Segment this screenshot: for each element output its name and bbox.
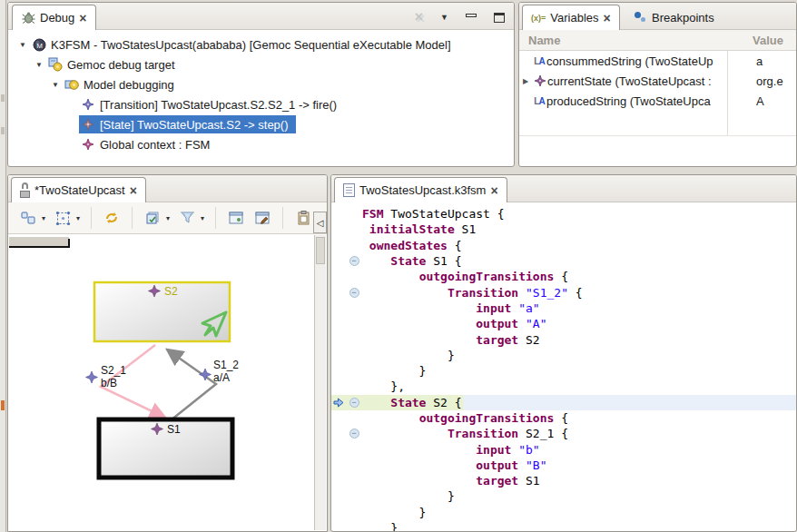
code-editor: TwoStatesUpcast.k3fsm × FSM TwoStateUpca… xyxy=(330,174,797,532)
maximize-icon[interactable] xyxy=(494,13,505,23)
layers-icon[interactable] xyxy=(143,209,162,227)
view-menu-icon[interactable]: ▼ xyxy=(440,13,448,22)
scrollbar-thumb[interactable] xyxy=(316,237,325,264)
code-line[interactable]: outgoingTransitions { xyxy=(331,269,796,284)
tab-debug-close-icon[interactable]: × xyxy=(79,12,86,25)
remove-all-terminated-icon[interactable]: × xyxy=(415,9,423,25)
debug-tree-item[interactable]: [Transition] TwoStateUpcast.S2.S2_1 -> f… xyxy=(8,94,514,114)
debug-tree-item[interactable]: ▼Model debugging xyxy=(8,74,514,94)
code-line[interactable]: }, xyxy=(331,379,796,394)
tab-diagram-close-icon[interactable]: × xyxy=(130,184,137,197)
code-line[interactable]: } xyxy=(331,505,796,520)
layout-icon[interactable] xyxy=(19,209,37,227)
toolbar-separator xyxy=(91,207,92,229)
tab-variables-close-icon[interactable]: × xyxy=(604,12,611,25)
code-line[interactable]: FSM TwoStateUpcast { xyxy=(331,206,796,222)
fold-collapse-icon[interactable]: − xyxy=(346,429,362,438)
tab-breakpoints-label: Breakpoints xyxy=(652,11,714,25)
transition-s1-2-io: a/A xyxy=(213,371,230,384)
code-line[interactable]: − Transition "S1_2" { xyxy=(331,284,796,300)
layout-dropdown-icon[interactable]: ▾ xyxy=(42,214,45,222)
star-dim-icon xyxy=(81,117,95,132)
state-s2-label: S2 xyxy=(164,285,178,298)
fold-collapse-icon[interactable]: − xyxy=(346,288,362,298)
code-line-text: output "B" xyxy=(362,458,547,472)
tab-code-file-close-icon[interactable]: × xyxy=(490,184,497,197)
debug-target-icon xyxy=(48,57,63,72)
minimize-icon[interactable] xyxy=(466,14,477,17)
model-debugging-icon xyxy=(64,77,79,92)
code-line[interactable]: ownedStates { xyxy=(331,238,796,253)
variable-row[interactable]: ▶currentState (TwoStateUpcast :org.e xyxy=(519,71,796,91)
expander-collapse-icon[interactable]: ▼ xyxy=(48,81,63,89)
debug-tree-item[interactable]: ▼MK3FSM - TwoStatesUpcast(abababa) [Gemo… xyxy=(8,34,514,54)
window-left-trim xyxy=(0,0,6,532)
fold-collapse-icon[interactable]: − xyxy=(346,256,362,266)
export-edit-icon[interactable] xyxy=(253,209,271,227)
transition-s2-1-label[interactable]: S2_1 b/B xyxy=(86,364,127,389)
code-line-text: } xyxy=(362,489,455,503)
code-line-text: State S1 { xyxy=(362,254,462,268)
code-line[interactable]: output "A" xyxy=(331,316,796,331)
transition-s1-2-label[interactable]: S1_2 a/A xyxy=(200,359,240,384)
filter-icon[interactable] xyxy=(178,209,196,227)
code-line-text: State S2 { xyxy=(362,396,462,409)
column-header-value[interactable]: Value xyxy=(753,34,783,47)
code-line[interactable]: } xyxy=(331,520,796,532)
clipboard-icon[interactable] xyxy=(294,209,312,227)
code-line-text: outgoingTransitions { xyxy=(362,270,568,283)
debug-tree-item[interactable]: ▼Gemoc debug target xyxy=(8,54,514,74)
code-text-area[interactable]: FSM TwoStateUpcast { initialState S1 own… xyxy=(331,202,796,532)
code-line[interactable]: target S2 xyxy=(331,331,796,347)
fold-collapse-icon[interactable]: − xyxy=(346,398,362,408)
tab-code-file[interactable]: TwoStatesUpcast.k3fsm × xyxy=(334,177,507,202)
tab-breakpoints[interactable]: Breakpoints xyxy=(626,5,723,30)
tree-item-label: [State] TwoStateUpcast.S2 -> step() xyxy=(100,118,289,132)
tab-variables[interactable]: (x)= Variables × xyxy=(522,5,620,30)
column-header-name[interactable]: Name xyxy=(519,34,560,47)
code-line[interactable]: } xyxy=(331,348,796,363)
code-line[interactable]: initialState S1 xyxy=(331,222,796,237)
breakpoints-icon xyxy=(635,12,647,23)
diagram-vertical-scrollbar[interactable] xyxy=(314,235,326,530)
model-node-icon: M xyxy=(32,37,46,52)
code-line-current[interactable]: − State S2 { xyxy=(331,395,796,410)
code-line-text: ownedStates { xyxy=(362,239,462,252)
code-line[interactable]: output "B" xyxy=(331,458,796,473)
code-line[interactable]: − Transition S2_1 { xyxy=(331,426,796,441)
arrange-icon[interactable] xyxy=(54,209,72,227)
debug-tree-item[interactable]: [State] TwoStateUpcast.S2 -> step() xyxy=(8,114,514,134)
code-line-text: } xyxy=(362,364,426,378)
code-line[interactable]: } xyxy=(331,363,796,379)
attribute-icon: LA xyxy=(532,54,546,68)
tab-debug[interactable]: Debug × xyxy=(12,5,96,30)
expander-collapse-icon[interactable]: ▼ xyxy=(32,61,46,69)
transition-s1-2-edge[interactable] xyxy=(167,350,216,420)
attribute-icon: LA xyxy=(532,94,546,108)
arrange-dropdown-icon[interactable]: ▾ xyxy=(76,214,80,222)
variables-icon: (x)= xyxy=(531,14,546,23)
code-line[interactable]: } xyxy=(331,488,796,504)
code-line[interactable]: input "a" xyxy=(331,300,796,316)
export-image-icon[interactable] xyxy=(227,209,245,227)
layers-dropdown-icon[interactable]: ▾ xyxy=(166,214,170,222)
code-line[interactable]: target S1 xyxy=(331,473,796,488)
expander-collapse-icon[interactable]: ▼ xyxy=(15,41,30,49)
tree-item-label: Gemoc debug target xyxy=(67,58,175,72)
refresh-icon[interactable] xyxy=(103,209,121,227)
code-line[interactable]: input "b" xyxy=(331,441,796,457)
filter-dropdown-icon[interactable]: ▾ xyxy=(201,214,204,222)
fsm-diagram-canvas[interactable]: S2 S1 S2_1 b/B S1_2 a/A xyxy=(9,235,314,530)
collapse-palette-button[interactable]: ◁ xyxy=(313,212,327,233)
tab-diagram[interactable]: *TwoStateUpcast × xyxy=(11,177,146,202)
code-line-text: Transition S2_1 { xyxy=(362,427,568,440)
state-s1-node[interactable]: S1 xyxy=(99,419,232,478)
variable-name: consummedString (TwoStateUp xyxy=(546,54,713,68)
variable-row[interactable]: LAproducedString (TwoStateUpcaA xyxy=(519,91,796,111)
code-line[interactable]: − State S1 { xyxy=(331,253,796,269)
expand-arrow-icon[interactable]: ▶ xyxy=(523,77,533,85)
code-line[interactable]: outgoingTransitions { xyxy=(331,410,796,426)
variables-column-headers[interactable]: Name Value xyxy=(519,30,796,51)
debug-tree-item[interactable]: Global context : FSM xyxy=(8,134,514,154)
variable-row[interactable]: LAconsummedString (TwoStateUpa xyxy=(519,51,796,71)
